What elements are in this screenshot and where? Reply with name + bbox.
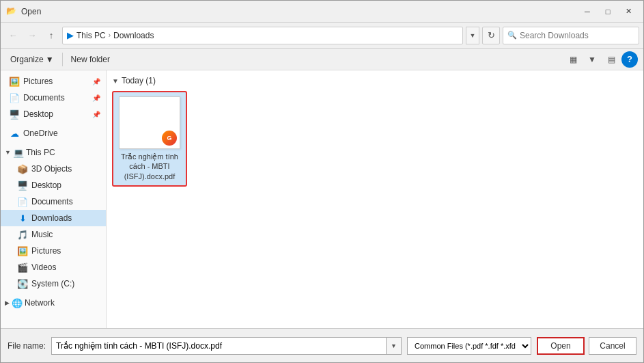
pin-icon-desktop: 📌 xyxy=(92,111,100,118)
filename-dropdown-button[interactable]: ▼ xyxy=(387,337,402,355)
organize-button[interactable]: Organize ▼ xyxy=(6,51,58,68)
documents2-icon: 📄 xyxy=(17,196,28,207)
main-content: 🖼️ Pictures 📌 📄 Documents 📌 🖥️ Desktop 📌… xyxy=(1,70,643,328)
sidebar-item-pictures[interactable]: 🖼️ Pictures 📌 xyxy=(1,73,106,90)
file-item-trac-nghiem[interactable]: G Trắc nghiệm tính cách - MBTI (ISFJ).do… xyxy=(112,91,187,187)
today-chevron: ▼ xyxy=(112,77,119,85)
system-c-icon: 💽 xyxy=(17,278,28,289)
sidebar-label-desktop2: Desktop xyxy=(31,180,61,190)
organize-arrow: ▼ xyxy=(46,55,54,64)
title-bar: 📂 Open ─ □ ✕ xyxy=(1,1,643,23)
sidebar-label-onedrive: OneDrive xyxy=(23,129,58,138)
filename-input[interactable] xyxy=(51,337,387,355)
network-icon: 🌐 xyxy=(12,297,23,308)
title-bar-buttons: ─ □ ✕ xyxy=(578,4,638,19)
sidebar-item-desktop2[interactable]: 🖥️ Desktop xyxy=(1,177,106,193)
path-arrow: › xyxy=(109,31,111,39)
dialog-title: Open xyxy=(21,7,578,16)
back-button[interactable]: ← xyxy=(5,27,21,44)
downloads-icon: ⬇ xyxy=(17,213,28,224)
file-name-trac-nghiem: Trắc nghiệm tính cách - MBTI (ISFJ).docx… xyxy=(117,152,182,181)
view-dropdown-button[interactable]: ▼ xyxy=(583,51,601,68)
sidebar-network-header[interactable]: ▶ 🌐 Network xyxy=(1,295,106,311)
pdf-badge-letter: G xyxy=(167,135,171,142)
filename-label: File name: xyxy=(8,341,46,351)
sidebar-label-documents: Documents xyxy=(23,93,65,103)
bottom-buttons: Open Cancel xyxy=(537,337,636,355)
thispc-chevron: ▼ xyxy=(5,149,11,156)
group-header-today: ▼ Today (1) xyxy=(112,76,638,85)
view-details-button[interactable]: ▤ xyxy=(602,51,620,68)
sidebar-item-desktop[interactable]: 🖥️ Desktop 📌 xyxy=(1,106,106,122)
sidebar-item-videos[interactable]: 🎬 Videos xyxy=(1,259,106,275)
dialog-icon: 📂 xyxy=(6,6,17,17)
sidebar-label-system-c: System (C:) xyxy=(31,279,74,288)
address-bar: ← → ↑ ▶ This PC › Downloads ▼ ↻ 🔍 xyxy=(1,23,643,49)
sidebar-item-downloads[interactable]: ⬇ Downloads xyxy=(1,210,106,226)
search-input[interactable] xyxy=(520,31,634,40)
filetype-container: Common Files (*.pdf *.fdf *.xfd All File… xyxy=(407,337,531,355)
up-button[interactable]: ↑ xyxy=(43,27,59,44)
help-button[interactable]: ? xyxy=(621,51,638,68)
path-downloads: Downloads xyxy=(113,31,154,40)
sidebar-item-onedrive[interactable]: ☁ OneDrive xyxy=(1,125,106,142)
sidebar-item-pictures2[interactable]: 🖼️ Pictures xyxy=(1,243,106,259)
organize-label: Organize xyxy=(10,55,44,64)
address-path: ▶ This PC › Downloads xyxy=(62,27,463,44)
filename-input-container: ▼ xyxy=(51,337,402,355)
sidebar-label-music: Music xyxy=(31,230,53,239)
documents-icon: 📄 xyxy=(9,92,20,103)
sidebar-label-downloads: Downloads xyxy=(31,213,72,223)
toolbar: Organize ▼ New folder ▦ ▼ ▤ ? xyxy=(1,49,643,70)
onedrive-icon: ☁ xyxy=(9,128,20,139)
sidebar-item-documents[interactable]: 📄 Documents 📌 xyxy=(1,90,106,106)
minimize-button[interactable]: ─ xyxy=(578,4,597,19)
sidebar-item-documents2[interactable]: 📄 Documents xyxy=(1,193,106,210)
pin-icon-pictures: 📌 xyxy=(92,78,100,85)
open-dialog: 📂 Open ─ □ ✕ ← → ↑ ▶ This PC › Downloads… xyxy=(0,0,644,363)
sidebar-label-pictures2: Pictures xyxy=(31,246,61,256)
pictures-icon: 🖼️ xyxy=(9,76,20,87)
cancel-button[interactable]: Cancel xyxy=(589,337,636,355)
view-large-icons-button[interactable]: ▦ xyxy=(564,51,582,68)
sidebar-item-system-c[interactable]: 💽 System (C:) xyxy=(1,275,106,292)
search-icon: 🔍 xyxy=(507,31,517,40)
pictures2-icon: 🖼️ xyxy=(17,245,28,256)
group-label-today: Today (1) xyxy=(122,76,156,85)
open-button[interactable]: Open xyxy=(537,337,585,355)
path-dropdown-button[interactable]: ▼ xyxy=(466,27,479,44)
pin-icon-documents: 📌 xyxy=(92,94,100,102)
bottom-bar: File name: ▼ Common Files (*.pdf *.fdf *… xyxy=(1,328,643,362)
path-pc-icon: ▶ xyxy=(67,30,74,40)
files-grid: G Trắc nghiệm tính cách - MBTI (ISFJ).do… xyxy=(112,91,638,187)
path-segment: ▶ This PC › Downloads xyxy=(67,30,154,40)
search-box: 🔍 xyxy=(503,27,639,44)
desktop2-icon: 🖥️ xyxy=(17,180,28,191)
forward-button[interactable]: → xyxy=(24,27,40,44)
pdf-badge: G xyxy=(162,131,177,146)
close-button[interactable]: ✕ xyxy=(619,4,638,19)
file-thumbnail: G xyxy=(119,96,180,149)
thispc-icon: 💻 xyxy=(13,147,24,158)
sidebar-label-pictures: Pictures xyxy=(23,77,53,86)
maximize-button[interactable]: □ xyxy=(598,4,617,19)
sidebar-item-3d-objects[interactable]: 📦 3D Objects xyxy=(1,161,106,177)
music-icon: 🎵 xyxy=(17,229,28,240)
doc-preview xyxy=(147,96,152,149)
new-folder-button[interactable]: New folder xyxy=(67,51,114,68)
network-chevron: ▶ xyxy=(5,299,10,306)
videos-icon: 🎬 xyxy=(17,262,28,273)
path-thispc: This PC xyxy=(76,31,106,40)
sidebar-label-videos: Videos xyxy=(31,263,56,272)
sidebar-item-music[interactable]: 🎵 Music xyxy=(1,226,106,243)
desktop-icon: 🖥️ xyxy=(9,109,20,120)
sidebar-thispc-header[interactable]: ▼ 💻 This PC xyxy=(1,144,106,161)
3d-objects-icon: 📦 xyxy=(17,163,28,174)
sidebar-label-documents2: Documents xyxy=(31,197,73,206)
sidebar-label-desktop: Desktop xyxy=(23,109,53,119)
filetype-select[interactable]: Common Files (*.pdf *.fdf *.xfd All File… xyxy=(407,337,531,355)
toolbar-separator xyxy=(62,53,63,66)
sidebar-label-thispc: This PC xyxy=(26,148,55,157)
refresh-button[interactable]: ↻ xyxy=(482,27,500,44)
sidebar: 🖼️ Pictures 📌 📄 Documents 📌 🖥️ Desktop 📌… xyxy=(1,70,107,328)
